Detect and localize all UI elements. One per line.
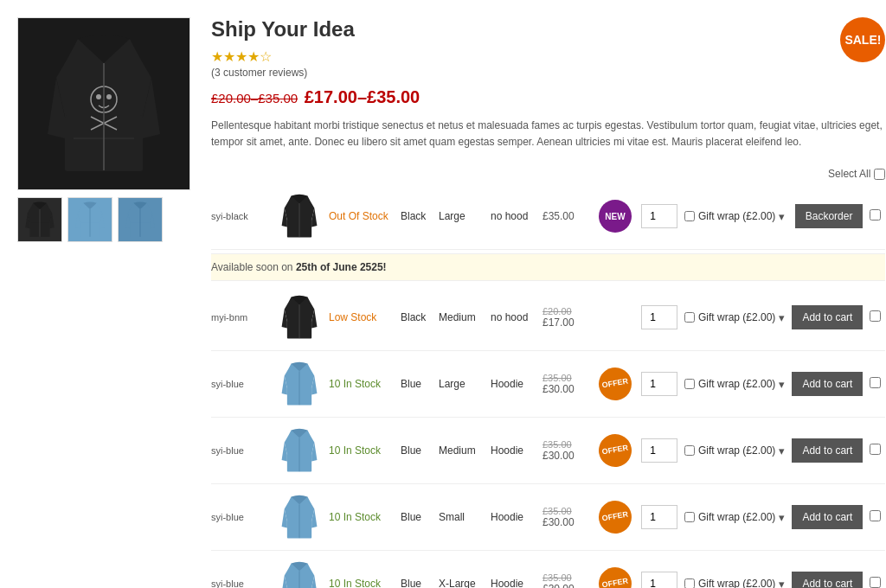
variation-type: Hoodie	[491, 511, 536, 523]
variation-row: syi-blue 10 In Stock Blue Large	[211, 351, 885, 418]
variation-badge: OFFER	[596, 567, 634, 588]
qty-input[interactable]	[641, 305, 677, 329]
gift-checkbox[interactable]	[684, 312, 695, 323]
variation-badge: NEW	[596, 200, 634, 233]
variation-gift: Gift wrap (£2.00) ▾	[684, 578, 785, 588]
variation-sku: myi-bnm	[211, 312, 270, 323]
gift-checkbox[interactable]	[684, 578, 695, 588]
variation-image	[277, 425, 322, 476]
thumbnail-blue-medium[interactable]	[67, 197, 112, 242]
variation-status: 10 In Stock	[329, 444, 394, 457]
variation-button: Add to cart	[792, 505, 863, 529]
svg-point-4	[106, 94, 112, 99]
variation-image	[277, 358, 322, 410]
variation-color: Blue	[401, 511, 432, 523]
row-select-checkbox[interactable]	[870, 310, 881, 322]
qty-input[interactable]	[641, 505, 677, 529]
variation-select	[870, 577, 885, 588]
offer-badge: OFFER	[596, 431, 634, 470]
svg-point-3	[96, 94, 101, 99]
product-title: Ship Your Idea	[211, 17, 885, 42]
variation-gift: Gift wrap (£2.00) ▾	[684, 511, 785, 524]
heart-icon[interactable]: ▾	[779, 444, 785, 457]
variation-image	[277, 491, 322, 543]
heart-icon[interactable]: ▾	[779, 378, 785, 391]
qty-input[interactable]	[641, 204, 677, 228]
variation-image	[277, 558, 322, 588]
page-wrapper: SALE! Ship Your Idea ★★★★☆ (3 customer r…	[0, 0, 886, 588]
add-to-cart-button[interactable]: Add to cart	[792, 572, 863, 588]
variation-color: Black	[401, 210, 432, 222]
product-images	[17, 17, 190, 588]
variation-size: X-Large	[439, 578, 484, 588]
variation-gift: Gift wrap (£2.00) ▾	[684, 210, 788, 223]
gift-label: Gift wrap (£2.00)	[698, 511, 775, 523]
heart-icon[interactable]: ▾	[779, 210, 785, 223]
gift-checkbox[interactable]	[684, 211, 695, 221]
variation-badge: OFFER	[596, 368, 634, 400]
thumbnail-blue-dark[interactable]	[118, 197, 163, 242]
row-select-checkbox[interactable]	[870, 444, 881, 455]
gift-label: Gift wrap (£2.00)	[698, 578, 775, 588]
heart-icon[interactable]: ▾	[779, 311, 785, 324]
backorder-button[interactable]: Backorder	[795, 204, 864, 228]
variation-qty	[641, 572, 677, 588]
row-select-checkbox[interactable]	[870, 377, 881, 388]
gift-checkbox[interactable]	[684, 512, 695, 522]
gift-checkbox[interactable]	[684, 379, 695, 389]
star-rating: ★★★★☆	[211, 48, 885, 65]
row-select-checkbox[interactable]	[870, 510, 881, 521]
variation-button: Add to cart	[792, 572, 863, 588]
gift-checkbox[interactable]	[684, 445, 695, 456]
offer-badge: OFFER	[596, 498, 634, 536]
variation-size: Medium	[439, 444, 484, 457]
variation-qty	[641, 372, 677, 396]
add-to-cart-button[interactable]: Add to cart	[792, 372, 863, 396]
variation-row: syi-blue 10 In Stock Blue Small	[211, 484, 885, 551]
qty-input[interactable]	[641, 572, 677, 588]
variation-price: £35.00 £30.00	[543, 572, 589, 588]
gift-label: Gift wrap (£2.00)	[698, 378, 775, 390]
available-date: 25th of June 2525!	[296, 261, 387, 273]
gift-label: Gift wrap (£2.00)	[698, 311, 775, 323]
row-select-checkbox[interactable]	[870, 209, 881, 220]
heart-icon[interactable]: ▾	[779, 511, 785, 524]
add-to-cart-button[interactable]: Add to cart	[792, 305, 863, 329]
variation-color: Black	[401, 311, 432, 323]
variations-section: Select All syi-black	[211, 164, 885, 588]
variation-size: Medium	[439, 311, 484, 323]
variation-row: myi-bnm Low Stock Black Medium	[211, 284, 885, 351]
thumbnail-black[interactable]	[17, 197, 62, 242]
add-to-cart-button[interactable]: Add to cart	[792, 438, 863, 463]
variation-size: Large	[439, 378, 484, 390]
variation-color: Blue	[401, 444, 432, 457]
variation-select	[870, 377, 885, 391]
gift-label: Gift wrap (£2.00)	[698, 444, 775, 457]
variation-sku: syi-blue	[211, 379, 270, 389]
new-badge: NEW	[599, 200, 632, 233]
heart-icon[interactable]: ▾	[779, 578, 785, 588]
sale-price: £17.00–£35.00	[305, 87, 420, 106]
select-all-checkbox[interactable]	[874, 169, 885, 180]
available-text: Available soon on	[211, 261, 293, 273]
variation-image	[277, 190, 322, 242]
variation-select	[870, 310, 885, 324]
price-block: £20.00–£35.00 £17.00–£35.00	[211, 87, 885, 107]
add-to-cart-button[interactable]: Add to cart	[792, 505, 863, 529]
offer-badge: OFFER	[596, 365, 634, 403]
qty-input[interactable]	[641, 438, 677, 463]
variation-qty	[641, 204, 677, 228]
variation-status: Out Of Stock	[329, 210, 394, 222]
qty-input[interactable]	[641, 372, 677, 396]
variation-size: Small	[439, 511, 484, 523]
variation-type: no hood	[491, 210, 536, 222]
row-select-checkbox[interactable]	[870, 577, 881, 588]
select-all-label: Select All	[828, 168, 870, 180]
reviews-count[interactable]: (3 customer reviews)	[211, 67, 885, 79]
variation-badge: OFFER	[596, 501, 634, 534]
variation-price: £20.00 £17.00	[543, 306, 589, 329]
variation-size: Large	[439, 210, 484, 222]
variation-gift: Gift wrap (£2.00) ▾	[684, 378, 785, 391]
offer-badge: OFFER	[596, 565, 634, 588]
variation-button: Add to cart	[792, 305, 863, 329]
